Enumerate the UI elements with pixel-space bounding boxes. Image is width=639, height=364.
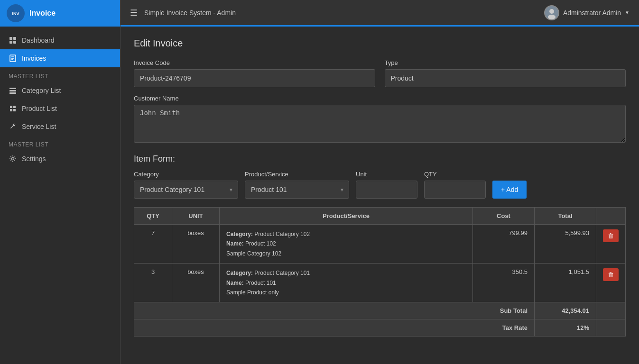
subtotal-row: Sub Total 42,354.01 [134, 302, 626, 319]
row1-cost: 799.99 [473, 225, 535, 264]
row2-delete-cell: 🗑 [596, 264, 626, 302]
dashboard-icon [9, 36, 17, 45]
avatar [544, 5, 559, 20]
sidebar-header: INV Invoice [0, 0, 120, 27]
svg-rect-2 [9, 37, 12, 40]
app-name: Simple Invoice System - Admin [144, 9, 236, 17]
svg-rect-16 [13, 109, 16, 111]
service-list-icon [9, 122, 17, 131]
table-header-action [596, 208, 626, 225]
sidebar-item-product-list[interactable]: Product List [0, 100, 120, 118]
row2-name-label: Name: [226, 280, 245, 286]
sidebar-app-title: Invoice [29, 9, 56, 18]
sidebar-nav: Dashboard Invoices Master List Category … [0, 27, 120, 364]
row1-description: Sample Category 102 [226, 250, 281, 257]
items-table: QTY UNIT Product/Service Cost Total 7 bo… [134, 207, 626, 337]
svg-rect-5 [13, 41, 16, 44]
row1-qty: 7 [134, 225, 172, 264]
taxrate-value: 12% [535, 319, 596, 337]
subtotal-label: Sub Total [134, 302, 535, 319]
add-item-button[interactable]: + Add [492, 181, 527, 199]
unit-label: Unit [356, 171, 417, 178]
row2-name-value: Product 101 [245, 280, 276, 286]
svg-rect-12 [9, 92, 16, 94]
customer-name-textarea[interactable] [134, 105, 626, 143]
invoice-code-input[interactable] [134, 69, 375, 87]
table-row: 7 boxes Category: Product Category 102 N… [134, 225, 626, 264]
admin-dropdown-icon[interactable]: ▼ [625, 10, 630, 15]
type-group: Type [385, 59, 626, 87]
topbar-right: Adminstrator Admin ▼ [544, 5, 630, 20]
product-group: Product/Service Product 101 Product 102 [245, 171, 349, 199]
subtotal-empty [596, 302, 626, 319]
sidebar-item-settings[interactable]: Settings [0, 150, 120, 168]
category-select[interactable]: Product Category 101 Product Category 10… [134, 181, 238, 199]
row2-qty: 3 [134, 264, 172, 302]
qty-group: QTY [424, 171, 486, 199]
sidebar-item-dashboard[interactable]: Dashboard [0, 31, 120, 49]
row2-category-label: Category: [226, 270, 254, 276]
invoice-code-label: Invoice Code [134, 59, 375, 66]
content-area: Edit Invoice Invoice Code Type Customer … [120, 27, 639, 364]
row1-category-value: Product Category 102 [254, 231, 310, 237]
taxrate-label: Tax Rate [134, 319, 535, 337]
row2-unit: boxes [172, 264, 220, 302]
item-form-row: Category Product Category 101 Product Ca… [134, 171, 626, 199]
type-label: Type [385, 59, 626, 66]
customer-name-group: Customer Name [134, 95, 626, 143]
page-title: Edit Invoice [134, 38, 626, 49]
row1-category-label: Category: [226, 231, 254, 237]
category-group: Category Product Category 101 Product Ca… [134, 171, 238, 199]
svg-rect-10 [9, 88, 16, 89]
unit-input[interactable] [356, 181, 417, 199]
sidebar-item-invoices[interactable]: Invoices [0, 49, 120, 67]
svg-text:INV: INV [12, 11, 19, 16]
svg-rect-13 [10, 106, 12, 108]
category-select-wrapper: Product Category 101 Product Category 10… [134, 181, 238, 199]
row2-total: 1,051.5 [535, 264, 596, 302]
sidebar-item-service-list[interactable]: Service List [0, 118, 120, 136]
product-list-icon [9, 104, 17, 113]
svg-rect-11 [9, 90, 16, 91]
sidebar: INV Invoice Dashboard [0, 0, 120, 364]
main-area: ☰ Simple Invoice System - Admin Adminstr… [120, 0, 639, 364]
category-label: Category [134, 171, 238, 178]
invoice-code-group: Invoice Code [134, 59, 375, 87]
invoices-icon [9, 54, 17, 63]
row1-name-label: Name: [226, 240, 245, 247]
subtotal-value: 42,354.01 [535, 302, 596, 319]
settings-label: Settings [22, 155, 46, 163]
sidebar-item-category-list[interactable]: Category List [0, 82, 120, 100]
table-header-cost: Cost [473, 208, 535, 225]
hamburger-icon[interactable]: ☰ [130, 8, 138, 18]
type-input[interactable] [385, 69, 626, 87]
qty-input[interactable] [424, 181, 486, 199]
service-list-label: Service List [22, 123, 56, 130]
svg-rect-15 [10, 109, 12, 111]
taxrate-row: Tax Rate 12% [134, 319, 626, 337]
product-list-label: Product List [22, 105, 57, 112]
row1-name-value: Product 102 [245, 240, 276, 247]
product-select[interactable]: Product 101 Product 102 [245, 181, 349, 199]
topbar-left: ☰ Simple Invoice System - Admin [130, 8, 236, 18]
qty-label: QTY [424, 171, 486, 178]
table-header-product: Product/Service [220, 208, 473, 225]
row2-product: Category: Product Category 101 Name: Pro… [220, 264, 473, 302]
row2-category-value: Product Category 101 [254, 270, 310, 276]
svg-rect-14 [13, 106, 16, 108]
master-list-label-2: Master List [0, 136, 120, 150]
product-select-wrapper: Product 101 Product 102 [245, 181, 349, 199]
item-form-title: Item Form: [134, 154, 626, 164]
admin-name: Adminstrator Admin [563, 9, 621, 17]
master-list-label-1: Master List [0, 67, 120, 82]
row2-delete-button[interactable]: 🗑 [603, 268, 619, 281]
table-header-qty: QTY [134, 208, 172, 225]
svg-point-19 [549, 9, 554, 14]
table-header-total: Total [535, 208, 596, 225]
sidebar-invoices-label: Invoices [22, 55, 46, 62]
settings-icon [9, 155, 17, 163]
sidebar-logo: INV [7, 4, 25, 22]
row1-delete-button[interactable]: 🗑 [603, 229, 619, 242]
taxrate-empty [596, 319, 626, 337]
category-list-label: Category List [22, 87, 61, 94]
